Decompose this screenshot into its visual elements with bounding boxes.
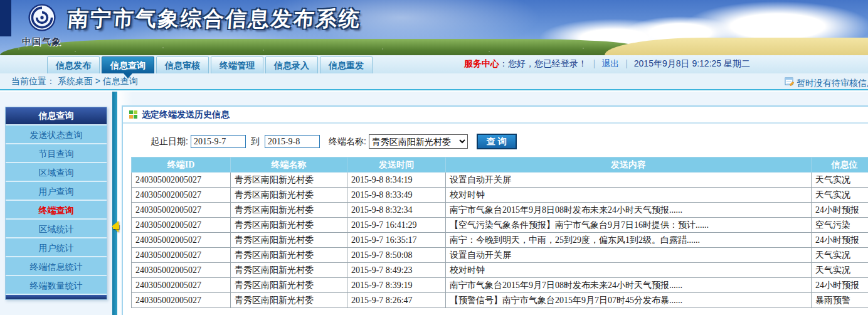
table-cell: 240305002005027 <box>132 218 231 233</box>
table-row: 240305002005027青秀区南阳新光村委2015-9-8 8:32:34… <box>132 203 868 218</box>
history-table: 终端ID终端名称发送时间发送内容信息位 240305002005027青秀区南阳… <box>131 157 868 308</box>
table-cell: 240305002005027 <box>132 173 231 188</box>
sidebar-collapse-arrow-icon[interactable] <box>106 221 122 232</box>
table-cell: 青秀区南阳新光村委 <box>231 218 347 233</box>
sidebar-item[interactable]: 节目查询 <box>6 143 107 162</box>
to-label: 到 <box>251 136 260 147</box>
sidebar-item[interactable]: 终端数量统计 <box>6 275 107 294</box>
table-cell: 南宁市气象台2015年9月8日08时发布未来24小时天气预报...... <box>446 203 812 218</box>
table-cell: 2015-9-8 8:32:34 <box>347 203 446 218</box>
table-cell: 天气实况 <box>812 263 868 278</box>
grass-flowers-decor <box>0 44 633 55</box>
table-cell: 天气实况 <box>812 173 868 188</box>
table-cell: 240305002005027 <box>132 293 231 308</box>
table-cell: 2015-9-7 16:35:17 <box>347 233 446 248</box>
navbar: 信息发布信息查询信息审核终端管理信息录入信息重发 服务中心：您好，您已经登录！ … <box>0 55 868 73</box>
sidebar-items: 发送状态查询节目查询区域查询用户查询终端查询区域统计用户统计终端信息统计终端数量… <box>6 124 107 294</box>
table-cell: 【预警信号】南宁市气象台2015年9月7日07时45分发布暴...... <box>446 293 812 308</box>
sidebar-item[interactable]: 区域查询 <box>6 162 107 181</box>
banner-corner-decor <box>0 0 11 36</box>
table-row: 240305002005027青秀区南阳新光村委2015-9-7 8:49:23… <box>132 263 868 278</box>
table-cell: 设置自动开关屏 <box>446 173 812 188</box>
table-row: 240305002005027青秀区南阳新光村委2015-9-8 8:34:19… <box>132 173 868 188</box>
table-cell: 24小时预报 <box>812 233 868 248</box>
query-button[interactable]: 查 询 <box>477 134 517 149</box>
logout-link[interactable]: 退出 <box>601 58 619 68</box>
table-cell: 校对时钟 <box>446 188 812 203</box>
sidebar-item[interactable]: 发送状态查询 <box>6 124 107 143</box>
note-icon <box>785 75 794 91</box>
main-panel: 选定终端发送历史信息 起止日期: 到 终端名称: 青秀区南阳新光村委 查 询 终… <box>122 105 868 315</box>
table-cell: 空气污染 <box>812 218 868 233</box>
separator: | <box>625 58 628 68</box>
table-cell: 240305002005027 <box>132 188 231 203</box>
breadcrumb-label: 当前位置： <box>11 76 55 86</box>
table-cell: 240305002005027 <box>132 203 231 218</box>
nav-tab[interactable]: 信息重发 <box>320 56 373 73</box>
cma-logo: 中国气象 <box>15 3 69 48</box>
nav-tab[interactable]: 信息发布 <box>47 56 100 73</box>
table-cell: 青秀区南阳新光村委 <box>231 188 347 203</box>
table-cell: 【空气污染气象条件预报】南宁市气象台9月7日16时提供：预计...... <box>446 218 812 233</box>
service-center-label: 服务中心 <box>464 58 499 68</box>
filter-toolbar: 起止日期: 到 终端名称: 青秀区南阳新光村委 查 询 <box>151 134 868 149</box>
table-cell: 青秀区南阳新光村委 <box>231 173 347 188</box>
table-cell: 青秀区南阳新光村委 <box>231 263 347 278</box>
table-cell: 2015-9-7 8:50:08 <box>347 248 446 263</box>
terminal-select[interactable]: 青秀区南阳新光村委 <box>369 134 468 149</box>
table-cell: 天气实况 <box>812 248 868 263</box>
table-cell: 240305002005027 <box>132 278 231 293</box>
date-from-input[interactable] <box>191 135 246 148</box>
table-cell: 青秀区南阳新光村委 <box>231 293 347 308</box>
table-row: 240305002005027青秀区南阳新光村委2015-9-7 16:35:1… <box>132 233 868 248</box>
column-header: 终端ID <box>132 158 231 173</box>
logo-caption: 中国气象 <box>15 36 69 48</box>
panel-title: 选定终端发送历史信息 <box>142 109 230 120</box>
nav-tab[interactable]: 信息查询 <box>102 56 154 73</box>
sidebar-item[interactable]: 区域统计 <box>6 218 107 237</box>
sidebar-item[interactable]: 用户统计 <box>6 237 107 256</box>
column-header: 信息位 <box>812 158 868 173</box>
table-row: 240305002005027青秀区南阳新光村委2015-9-7 8:50:08… <box>132 248 868 263</box>
sidebar-item[interactable]: 用户查询 <box>6 181 107 200</box>
table-cell: 青秀区南阳新光村委 <box>231 233 347 248</box>
table-cell: 校对时钟 <box>446 263 812 278</box>
table-cell: 240305002005027 <box>132 233 231 248</box>
session-info: 服务中心：您好，您已经登录！ | 退出 | 2015年9月8日 9:12:25 … <box>464 58 750 70</box>
nav-tab[interactable]: 终端管理 <box>211 56 263 73</box>
table-header-row: 终端ID终端名称发送时间发送内容信息位 <box>132 158 868 173</box>
table-cell: 暴雨预警 <box>812 293 868 308</box>
greeting-text: ：您好，您已经登录！ <box>499 58 587 68</box>
table-cell: 天气实况 <box>812 188 868 203</box>
sidebar-item[interactable]: 终端查询 <box>6 200 107 218</box>
nav-tab[interactable]: 信息录入 <box>265 56 318 73</box>
review-notice-text: 暂时没有待审核信息 <box>797 75 868 91</box>
nav-tabs: 信息发布信息查询信息审核终端管理信息录入信息重发 <box>47 56 373 73</box>
review-notice[interactable]: 暂时没有待审核信息 <box>785 75 868 91</box>
table-cell: 设置自动开关屏 <box>446 248 812 263</box>
table-cell: 240305002005027 <box>132 263 231 278</box>
table-cell: 青秀区南阳新光村委 <box>231 203 347 218</box>
separator: | <box>593 58 596 68</box>
column-header: 发送时间 <box>347 158 446 173</box>
nav-tab[interactable]: 信息审核 <box>156 56 209 73</box>
page-title: 南宁市气象综合信息发布系统 <box>66 5 362 33</box>
table-cell: 24小时预报 <box>812 203 868 218</box>
sidebar-divider[interactable] <box>112 92 117 315</box>
table-row: 240305002005027青秀区南阳新光村委2015-9-7 16:41:2… <box>132 218 868 233</box>
column-header: 终端名称 <box>231 158 347 173</box>
content-area: 信息查询 发送状态查询节目查询区域查询用户查询终端查询区域统计用户统计终端信息统… <box>0 92 868 315</box>
table-cell: 青秀区南阳新光村委 <box>231 278 347 293</box>
sidebar-title: 信息查询 <box>6 107 107 124</box>
table-cell: 24小时预报 <box>812 278 868 293</box>
datetime-text: 2015年9月8日 9:12:25 星期二 <box>634 58 750 68</box>
date-to-input[interactable] <box>265 135 320 148</box>
panel-header: 选定终端发送历史信息 <box>123 107 868 124</box>
sidebar-item[interactable]: 终端信息统计 <box>6 256 107 275</box>
column-header: 发送内容 <box>446 158 812 173</box>
table-row: 240305002005027青秀区南阳新光村委2015-9-8 8:33:49… <box>132 188 868 203</box>
table-cell: 南宁：今晚到明天，中雨，25到29度，偏东风1到2级。白露踖...... <box>446 233 812 248</box>
terminal-name-label: 终端名称: <box>329 136 366 147</box>
cma-spiral-icon <box>27 3 57 33</box>
table-cell: 青秀区南阳新光村委 <box>231 248 347 263</box>
